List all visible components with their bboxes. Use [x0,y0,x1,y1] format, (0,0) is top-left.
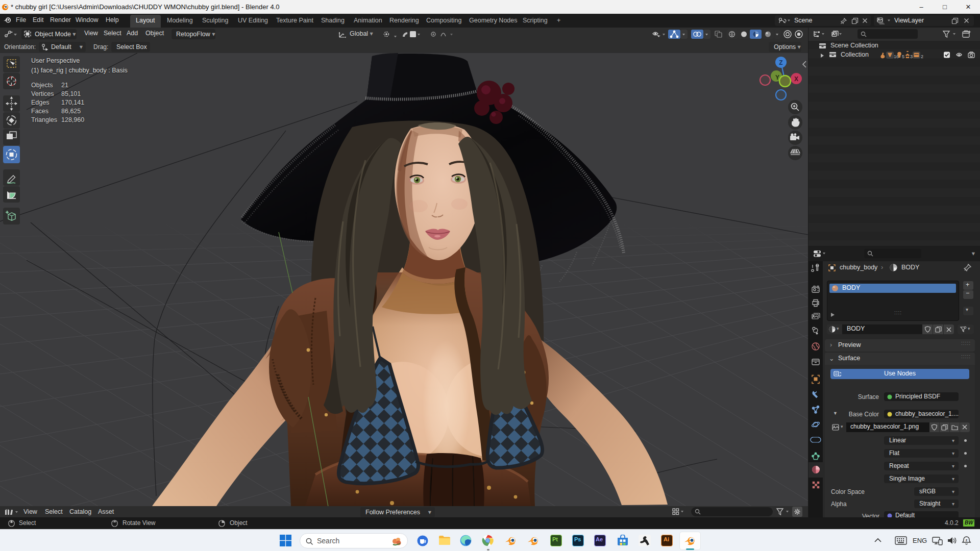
svg-text:z: z [966,538,968,542]
svg-text:16: 16 [894,54,899,59]
svg-text:2: 2 [921,54,923,59]
svg-text:5: 5 [902,54,904,59]
svg-text:Z: Z [779,59,782,66]
svg-text:X: X [794,76,798,83]
svg-text:Y: Y [775,74,779,81]
svg-text:3: 3 [910,54,913,59]
